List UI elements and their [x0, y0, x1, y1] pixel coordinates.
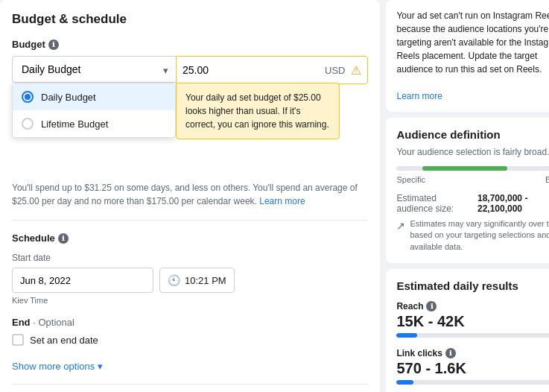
estimate-note: ↗ Estimates may vary significantly over … [396, 218, 549, 253]
spectrum-labels: Specific Broad [396, 175, 549, 184]
schedule-label: Schedule ℹ [12, 233, 368, 244]
budget-info-icon[interactable]: ℹ [48, 39, 59, 50]
reach-bar-fill [396, 333, 416, 338]
link-clicks-label: Link clicks ℹ [396, 348, 549, 358]
warning-icon: ⚠ [351, 63, 367, 78]
audience-def-subtitle: Your audience selection is fairly broad. [396, 147, 549, 157]
radio-daily [22, 91, 34, 103]
currency-label: USD [319, 65, 351, 76]
reach-result: Reach ℹ 15K - 42K [396, 301, 549, 338]
end-date-checkbox[interactable] [12, 334, 24, 346]
show-more-link[interactable]: Show more options ▾ [12, 361, 368, 372]
instagram-warning-card: Your ad set can't run on Instagram Reels… [386, 0, 549, 112]
results-title: Estimated daily results [396, 279, 549, 292]
reach-value: 15K - 42K [396, 313, 549, 330]
timezone-label: Kiev Time [12, 296, 368, 305]
reach-bar [396, 333, 549, 338]
radio-lifetime [22, 118, 34, 130]
dropdown-item-lifetime[interactable]: Lifetime Budget [13, 110, 175, 137]
budget-input-wrapper: USD ⚠ [176, 56, 368, 84]
time-input[interactable]: 🕙 10:21 PM [159, 268, 235, 293]
link-clicks-value: 570 - 1.6K [396, 360, 549, 377]
estimated-results-card: Estimated daily results Reach ℹ 15K - 42… [386, 269, 549, 392]
schedule-info-icon[interactable]: ℹ [58, 233, 69, 244]
budget-info-text: You'll spend up to $31.25 on some days, … [12, 181, 368, 208]
link-clicks-result: Link clicks ℹ 570 - 1.6K [396, 348, 549, 385]
dropdown-item-daily[interactable]: Daily Budget [13, 83, 175, 110]
budget-amount-input[interactable] [177, 57, 319, 83]
audience-def-title: Audience definition [396, 128, 549, 141]
divider-1 [12, 220, 368, 221]
budget-select-wrapper: Daily Budget Lifetime Budget ▾ Daily Bud… [12, 56, 176, 84]
warning-learn-more-link[interactable]: Learn more [396, 91, 442, 101]
learn-more-link[interactable]: Learn more [259, 196, 305, 206]
trend-icon: ↗ [396, 219, 405, 234]
link-clicks-bar [396, 380, 549, 385]
reach-label: Reach ℹ [396, 301, 549, 312]
reach-info-icon[interactable]: ℹ [426, 301, 437, 312]
section-title: Budget & schedule [12, 12, 368, 27]
audience-size: Estimated audience size: 18,700,000 - 22… [396, 193, 549, 214]
date-row: 🕙 10:21 PM [12, 268, 368, 293]
end-date-row: Set an end date [12, 334, 368, 346]
left-panel: Budget & schedule Budget ℹ Daily Budget … [0, 0, 380, 392]
budget-row: Daily Budget Lifetime Budget ▾ Daily Bud… [12, 56, 368, 84]
budget-warning-tooltip: Your daily ad set budget of $25.00 looks… [176, 83, 340, 139]
spectrum-fill [422, 166, 508, 171]
budget-select[interactable]: Daily Budget Lifetime Budget [12, 56, 176, 83]
audience-spectrum-bar [396, 166, 549, 171]
chevron-down-icon: ▾ [98, 361, 103, 372]
budget-dropdown: Daily Budget Lifetime Budget [12, 83, 176, 138]
start-date-input[interactable] [12, 268, 153, 293]
start-date-label: Start date [12, 253, 368, 263]
link-clicks-bar-fill [396, 380, 413, 385]
audience-definition-card: Audience definition Your audience select… [386, 118, 549, 263]
link-clicks-info-icon[interactable]: ℹ [445, 348, 456, 358]
clock-icon: 🕙 [168, 274, 180, 286]
budget-label: Budget ℹ [12, 39, 368, 50]
end-label: End · Optional [12, 317, 368, 328]
audience-section: Audience Define who you want to see your… [12, 384, 368, 392]
right-panel: Your ad set can't run on Instagram Reels… [380, 0, 549, 392]
